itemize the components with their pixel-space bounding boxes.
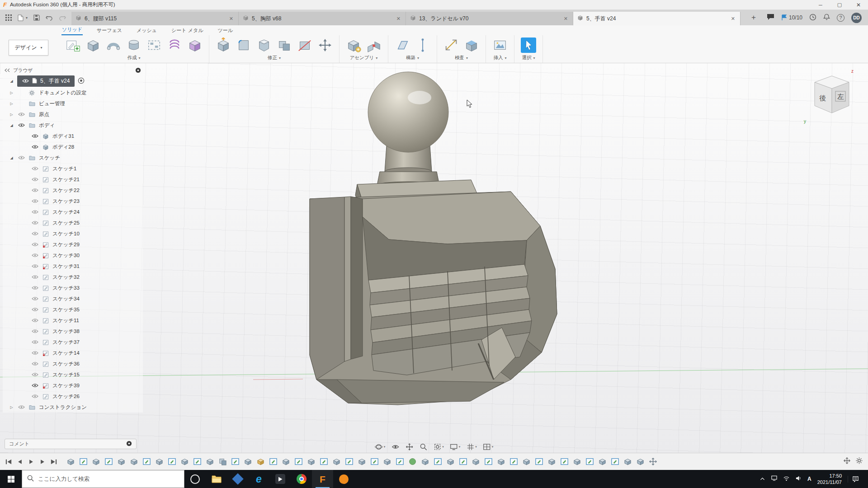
tool-combine-button[interactable] xyxy=(276,37,293,54)
timeline-feature-extrude[interactable] xyxy=(446,457,455,466)
eye-icon[interactable] xyxy=(31,231,38,236)
browser-header[interactable]: ブラウザ xyxy=(3,66,143,75)
browser-item[interactable]: ◢ボディ xyxy=(3,120,143,131)
browser-item[interactable]: スケッチ35 xyxy=(3,304,143,315)
browser-item[interactable]: ◢スケッチ xyxy=(3,152,143,163)
activate-radio-icon[interactable] xyxy=(78,77,85,85)
tool-disc-button[interactable] xyxy=(125,37,142,54)
ribbon-tab-サーフェス[interactable]: サーフェス xyxy=(96,26,123,35)
browser-item[interactable]: スケッチ24 xyxy=(3,206,143,217)
eye-icon[interactable] xyxy=(31,394,38,399)
timeline-feature-sketch[interactable] xyxy=(104,457,113,466)
browser-item[interactable]: スケッチ10 xyxy=(3,228,143,239)
timeline-skip-start-button[interactable] xyxy=(4,457,14,467)
document-tab[interactable]: 13、ランドセル v70✕ xyxy=(406,12,573,25)
close-tab-icon[interactable]: ✕ xyxy=(730,16,736,22)
eye-icon[interactable] xyxy=(31,145,38,149)
eye-icon[interactable] xyxy=(31,199,38,203)
orange-app-taskbar-icon[interactable] xyxy=(333,470,354,488)
tool-split-button[interactable] xyxy=(296,37,313,54)
save-icon[interactable] xyxy=(33,14,40,21)
collapse-panel-icon[interactable] xyxy=(5,68,10,73)
comment-bar[interactable]: コメント xyxy=(5,439,137,449)
comment-settings-icon[interactable] xyxy=(126,441,132,447)
timeline-feature-sketch[interactable] xyxy=(193,457,202,466)
browser-item[interactable]: スケッチ33 xyxy=(3,282,143,293)
eye-icon[interactable] xyxy=(31,318,38,323)
timeline-feature-move[interactable] xyxy=(648,457,657,466)
eye-icon[interactable] xyxy=(22,78,29,84)
pan-icon[interactable] xyxy=(405,443,413,451)
browser-item[interactable]: ▷コンストラクション xyxy=(3,402,143,413)
file-menu-icon[interactable] xyxy=(18,14,24,21)
wifi-tray-icon[interactable] xyxy=(783,475,790,483)
browser-item[interactable]: スケッチ38 xyxy=(3,326,143,337)
browser-item[interactable]: スケッチ25 xyxy=(3,217,143,228)
browser-item[interactable]: スケッチ30 xyxy=(3,250,143,261)
timeline-feature-extrude[interactable] xyxy=(598,457,607,466)
eye-icon[interactable] xyxy=(31,188,38,192)
timeline-feature-sketch[interactable] xyxy=(610,457,619,466)
timeline-feature-fillet[interactable] xyxy=(256,457,265,466)
user-avatar[interactable]: DD xyxy=(851,13,862,23)
expand-arrow-icon[interactable]: ◢ xyxy=(9,123,14,127)
feedback-bubble-icon[interactable] xyxy=(767,14,774,22)
timeline-feature-sketch[interactable] xyxy=(433,457,442,466)
app-grid-icon[interactable] xyxy=(5,14,12,21)
taskbar-search[interactable] xyxy=(22,470,184,488)
eye-icon[interactable] xyxy=(31,210,38,214)
timeline-feature-extrude[interactable] xyxy=(129,457,138,466)
tool-move-button[interactable] xyxy=(316,37,334,54)
taskbar-clock[interactable]: 17:50 2021/11/07 xyxy=(817,473,842,486)
new-tab-button[interactable]: + xyxy=(747,10,760,25)
ribbon-group-label[interactable]: 選択▾ xyxy=(522,54,535,63)
tool-pipe-button[interactable] xyxy=(105,37,122,54)
eye-icon[interactable] xyxy=(31,361,38,366)
timeline-feature-extrude[interactable] xyxy=(243,457,252,466)
close-button[interactable]: ✕ xyxy=(849,0,868,9)
timeline-step-back-button[interactable] xyxy=(15,457,25,467)
browser-item[interactable]: スケッチ1 xyxy=(3,163,143,174)
eye-icon[interactable] xyxy=(31,351,38,355)
fit-icon[interactable]: ▾ xyxy=(433,443,444,451)
timeline-feature-extrude[interactable] xyxy=(471,457,480,466)
display-settings-icon[interactable]: ▾ xyxy=(450,443,461,451)
browser-item[interactable]: ▷ビュー管理 xyxy=(3,98,143,109)
job-status[interactable]: 10/10 xyxy=(781,14,802,21)
timeline-feature-extrude[interactable] xyxy=(66,457,75,466)
eye-icon[interactable] xyxy=(18,155,25,160)
eye-icon[interactable] xyxy=(18,123,25,127)
speaker-tray-icon[interactable] xyxy=(795,475,802,483)
tool-form-button[interactable] xyxy=(186,37,203,54)
tool-fillet-button[interactable] xyxy=(235,37,252,54)
eye-icon[interactable] xyxy=(31,242,38,247)
minimize-button[interactable]: ─ xyxy=(811,0,830,9)
timeline-feature-extrude[interactable] xyxy=(91,457,100,466)
tool-axis-button[interactable] xyxy=(414,37,431,54)
tool-pattern-button[interactable] xyxy=(146,37,163,54)
timeline-feature-extrude[interactable] xyxy=(496,457,505,466)
tool-presspull-button[interactable] xyxy=(215,37,232,54)
timeline-feature-sketch[interactable] xyxy=(560,457,569,466)
app-blue-taskbar-icon[interactable] xyxy=(227,470,248,488)
timeline-feature-sketch[interactable] xyxy=(344,457,354,466)
ribbon-tab-ソリッド[interactable]: ソリッド xyxy=(61,25,83,35)
tool-coil-button[interactable] xyxy=(166,37,183,54)
eye-icon[interactable] xyxy=(31,275,38,279)
start-button[interactable] xyxy=(0,470,22,488)
timeline-feature-sketch[interactable] xyxy=(370,457,379,466)
eye-icon[interactable] xyxy=(31,286,38,290)
chevron-up-tray-icon[interactable] xyxy=(760,475,765,483)
browser-item[interactable]: スケッチ32 xyxy=(3,272,143,282)
timeline-feature-extrude[interactable] xyxy=(117,457,126,466)
timeline-feature-sketch[interactable] xyxy=(319,457,328,466)
timeline-feature-sketch[interactable] xyxy=(509,457,518,466)
notifications-bell-icon[interactable] xyxy=(823,14,830,22)
expand-arrow-icon[interactable]: ▷ xyxy=(9,102,14,106)
eye-icon[interactable] xyxy=(31,253,38,258)
browser-item[interactable]: スケッチ14 xyxy=(3,347,143,358)
ribbon-group-label[interactable]: 挿入▾ xyxy=(493,54,506,63)
eye-icon[interactable] xyxy=(31,383,38,388)
ribbon-tab-ツール[interactable]: ツール xyxy=(217,26,233,35)
browser-item[interactable]: スケッチ34 xyxy=(3,293,143,304)
